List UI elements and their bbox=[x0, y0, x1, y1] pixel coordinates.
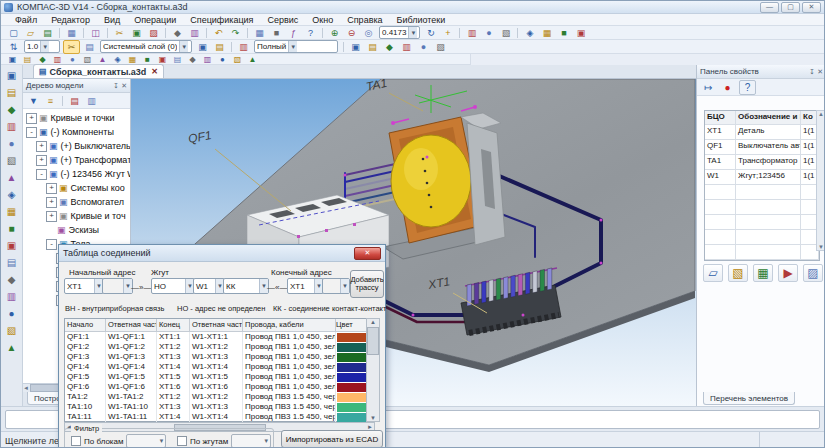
zoom-scale-combo[interactable]: 0.4173▼ bbox=[379, 26, 420, 39]
dialog-title-bar[interactable]: Таблица соединений ✕ bbox=[59, 245, 385, 262]
scroll-down-icon[interactable]: ▼ bbox=[818, 244, 824, 250]
new-icon[interactable]: ▢ bbox=[6, 27, 21, 39]
tree-item[interactable]: +▣Кривые и точ bbox=[23, 209, 130, 223]
chevron-down-icon[interactable]: ▼ bbox=[40, 41, 49, 52]
interrupt-icon[interactable]: ● bbox=[720, 81, 735, 94]
tree-item[interactable]: +▣(+) Выключатель bbox=[23, 139, 130, 153]
hide-body-icon[interactable]: ● bbox=[481, 27, 496, 39]
start-address-combo-1[interactable]: XT1▼ bbox=[64, 278, 104, 294]
zoom-in-icon[interactable]: ⊕ bbox=[327, 27, 342, 39]
measure-tool-icon[interactable]: ▦ bbox=[4, 204, 20, 218]
bco-row[interactable]: TA1Трансформатор ...1(1 bbox=[705, 155, 819, 170]
menu-сервис[interactable]: Сервис bbox=[262, 15, 305, 25]
plane-3d-icon[interactable]: ● bbox=[66, 55, 79, 64]
point-3d-icon[interactable]: ◆ bbox=[36, 55, 49, 64]
display-ghost-icon[interactable]: ▥ bbox=[399, 41, 414, 53]
tree-item[interactable]: ▣Эскизы bbox=[23, 223, 130, 237]
edit-model-icon[interactable]: ▣ bbox=[4, 68, 20, 82]
blocks-combo[interactable]: ▼ bbox=[126, 434, 166, 448]
by-blocks-checkbox[interactable] bbox=[71, 436, 81, 446]
minimize-icon[interactable]: — bbox=[760, 2, 779, 13]
fx-icon[interactable]: ƒ bbox=[286, 27, 301, 39]
dialog-close-icon[interactable]: ✕ bbox=[354, 247, 381, 260]
rib-3d-icon[interactable]: ◈ bbox=[111, 55, 124, 64]
pin-icon[interactable]: ↧ bbox=[809, 68, 815, 76]
props-vscrollbar[interactable]: ▲▼ bbox=[816, 110, 825, 251]
expander-icon[interactable]: - bbox=[36, 169, 47, 180]
options-tool-icon[interactable]: ▲ bbox=[4, 340, 20, 354]
bco-row[interactable]: W1Жгут;1234561(1 bbox=[705, 170, 819, 185]
table-vscrollbar[interactable]: ▲▼ bbox=[366, 318, 380, 422]
expander-icon[interactable]: + bbox=[26, 113, 37, 124]
extrude-3d-icon[interactable]: ▤ bbox=[171, 55, 184, 64]
expander-icon[interactable]: + bbox=[36, 155, 47, 166]
move-icon[interactable]: + bbox=[440, 27, 455, 39]
column-header[interactable]: Конец bbox=[157, 319, 190, 331]
connection-row[interactable]: QF1:1W1-QF1:1XT1:1W1-XT1:1Провод ПВ1 1,0… bbox=[65, 332, 372, 342]
tab-element-list[interactable]: Перечень элементов bbox=[703, 392, 795, 405]
menu-редактор[interactable]: Редактор bbox=[45, 15, 96, 25]
cut-3d-icon[interactable]: ◆ bbox=[186, 55, 199, 64]
display-shaded-icon[interactable]: ▣ bbox=[348, 41, 363, 53]
tree-item[interactable]: -▣(-) Компоненты bbox=[23, 125, 130, 139]
connection-row[interactable]: QF1:2W1-QF1:2XT1:2W1-XT1:2Провод ПВ1 1,0… bbox=[65, 342, 372, 352]
spreadsheet-icon[interactable]: ▥ bbox=[187, 27, 202, 39]
orient-front-icon[interactable]: ◈ bbox=[522, 27, 537, 39]
display-section-icon[interactable]: ▤ bbox=[365, 41, 380, 53]
connection-row[interactable]: QF1:6W1-QF1:6XT1:6W1-XT1:6Провод ПВ1 1,0… bbox=[65, 382, 372, 392]
layer-combo[interactable]: Системный слой (0)▼ bbox=[100, 40, 192, 53]
mate-3d-icon[interactable]: ▲ bbox=[246, 55, 259, 64]
chevron-down-icon[interactable]: ▼ bbox=[179, 41, 188, 52]
insert-pic-icon[interactable]: ▨ bbox=[803, 264, 823, 282]
tree-links-icon[interactable]: ▥ bbox=[84, 95, 99, 107]
scroll-down-icon[interactable]: ▼ bbox=[370, 415, 376, 421]
variables-icon[interactable]: ■ bbox=[269, 27, 284, 39]
menu-вид[interactable]: Вид bbox=[98, 15, 126, 25]
menu-окно[interactable]: Окно bbox=[306, 15, 339, 25]
shaded-icon[interactable]: ■ bbox=[556, 27, 571, 39]
textured-icon[interactable]: ▣ bbox=[573, 27, 588, 39]
harness-filter-combo[interactable]: ▼ bbox=[231, 434, 271, 448]
tab-assembly-document[interactable]: ▤ Сборка_контакты.a3d ✕ bbox=[33, 64, 164, 78]
surfaces-tool-icon[interactable]: ▥ bbox=[4, 119, 20, 133]
end-address-combo-2[interactable]: ▼ bbox=[322, 278, 350, 294]
close-tab-icon[interactable]: ✕ bbox=[151, 67, 158, 76]
component-3d-icon[interactable]: ▧ bbox=[231, 55, 244, 64]
expander-icon[interactable]: + bbox=[46, 183, 57, 194]
tree-doc-icon[interactable]: ▤ bbox=[67, 95, 82, 107]
filter-by-blocks[interactable]: По блокам ▼ bbox=[71, 434, 166, 448]
close-panel-icon[interactable]: ✕ bbox=[817, 68, 823, 76]
copy-icon[interactable]: ▣ bbox=[129, 27, 144, 39]
layers-icon[interactable]: ▤ bbox=[82, 41, 97, 53]
tree-item[interactable]: +▣Вспомогател bbox=[23, 195, 130, 209]
tree-filter-icon[interactable]: ▼ bbox=[26, 95, 41, 107]
rotate-icon[interactable]: ↻ bbox=[423, 27, 438, 39]
spline-3d-icon[interactable]: ▤ bbox=[21, 55, 34, 64]
context-help-icon[interactable]: ? bbox=[303, 27, 318, 39]
harness-combo-2[interactable]: W1▼ bbox=[193, 278, 225, 294]
points-tool-icon[interactable]: ◈ bbox=[4, 187, 20, 201]
export-icon[interactable]: ▶ bbox=[778, 264, 798, 282]
remove-table-icon[interactable]: ▧ bbox=[728, 264, 748, 282]
end-address-combo-1[interactable]: XT1▼ bbox=[287, 278, 324, 294]
harness-tool-icon[interactable]: ▥ bbox=[4, 289, 20, 303]
wiring-tool-icon[interactable]: ◆ bbox=[4, 272, 20, 286]
step-icon[interactable]: ⇅ bbox=[6, 41, 21, 53]
chamfer-3d-icon[interactable]: ▣ bbox=[156, 55, 169, 64]
connection-row[interactable]: QF1:4W1-QF1:4XT1:4W1-XT1:4Провод ПВ1 1,0… bbox=[65, 362, 372, 372]
expander-icon[interactable]: + bbox=[46, 197, 57, 208]
round-3d-icon[interactable]: ■ bbox=[141, 55, 154, 64]
spec-tool-icon[interactable]: ▣ bbox=[4, 238, 20, 252]
filter-tool-icon[interactable]: ■ bbox=[4, 221, 20, 235]
harness-combo-3[interactable]: КК▼ bbox=[223, 278, 269, 294]
expander-icon[interactable]: - bbox=[26, 127, 37, 138]
layer-colors-icon[interactable]: ▤ bbox=[212, 41, 227, 53]
tree-item[interactable]: +▣(+) Трансформат bbox=[23, 153, 130, 167]
bodies-tool-icon[interactable]: ● bbox=[4, 136, 20, 150]
connection-row[interactable]: TA1:2W1-TA1:2XT1:2W1-XT1:2Провод ПВ3 1.5… bbox=[65, 392, 372, 402]
aux-tool-icon[interactable]: ▲ bbox=[4, 170, 20, 184]
column-header[interactable]: Провода, кабели bbox=[243, 319, 336, 331]
step-combo[interactable]: 1.0▼ bbox=[24, 40, 60, 53]
column-header[interactable]: Ответная часть bbox=[190, 319, 243, 331]
shell-3d-icon[interactable]: ▲ bbox=[96, 55, 109, 64]
